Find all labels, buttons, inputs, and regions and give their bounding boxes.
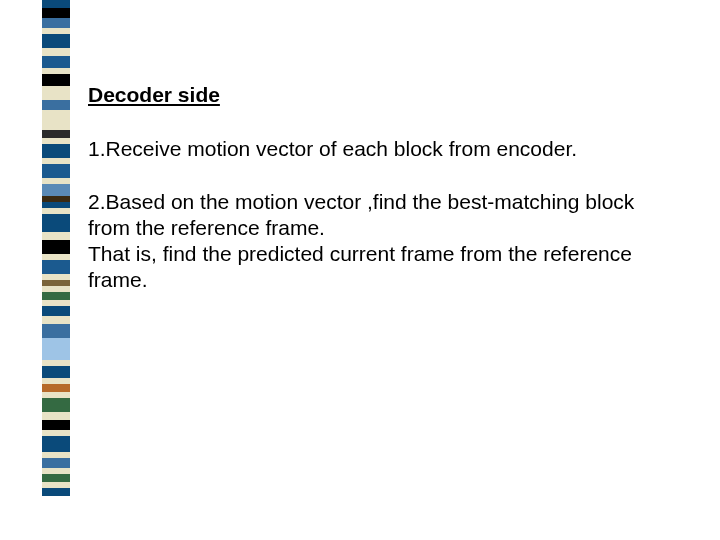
stripe — [42, 86, 70, 100]
stripe — [42, 412, 70, 420]
stripe — [42, 144, 70, 158]
stripe — [42, 0, 70, 8]
stripe — [42, 384, 70, 392]
stripe — [42, 184, 70, 196]
stripe — [42, 130, 70, 138]
stripe — [42, 488, 70, 496]
decorative-stripes — [42, 0, 70, 500]
stripe — [42, 164, 70, 178]
stripe — [42, 56, 70, 68]
stripe — [42, 324, 70, 338]
stripe — [42, 74, 70, 86]
stripe — [42, 436, 70, 452]
paragraph-2-line-a: 2.Based on the motion vector ,find the b… — [88, 190, 634, 239]
stripe — [42, 8, 70, 18]
paragraph-1: 1.Receive motion vector of each block fr… — [88, 136, 648, 162]
stripe — [42, 292, 70, 300]
slide: Decoder side 1.Receive motion vector of … — [0, 0, 720, 540]
stripe — [42, 100, 70, 110]
stripe — [42, 260, 70, 274]
stripe — [42, 214, 70, 232]
stripe — [42, 366, 70, 378]
paragraph-2: 2.Based on the motion vector ,find the b… — [88, 189, 648, 294]
stripe — [42, 110, 70, 130]
stripe — [42, 240, 70, 254]
stripe — [42, 34, 70, 48]
stripe — [42, 18, 70, 28]
paragraph-2-line-b: That is, find the predicted current fram… — [88, 242, 632, 291]
slide-heading: Decoder side — [88, 82, 648, 108]
stripe — [42, 420, 70, 430]
stripe — [42, 458, 70, 468]
stripe — [42, 306, 70, 316]
stripe — [42, 316, 70, 324]
stripe — [42, 232, 70, 240]
slide-content: Decoder side 1.Receive motion vector of … — [88, 82, 648, 320]
stripe — [42, 474, 70, 482]
stripe — [42, 398, 70, 412]
stripe — [42, 48, 70, 56]
stripe — [42, 338, 70, 360]
